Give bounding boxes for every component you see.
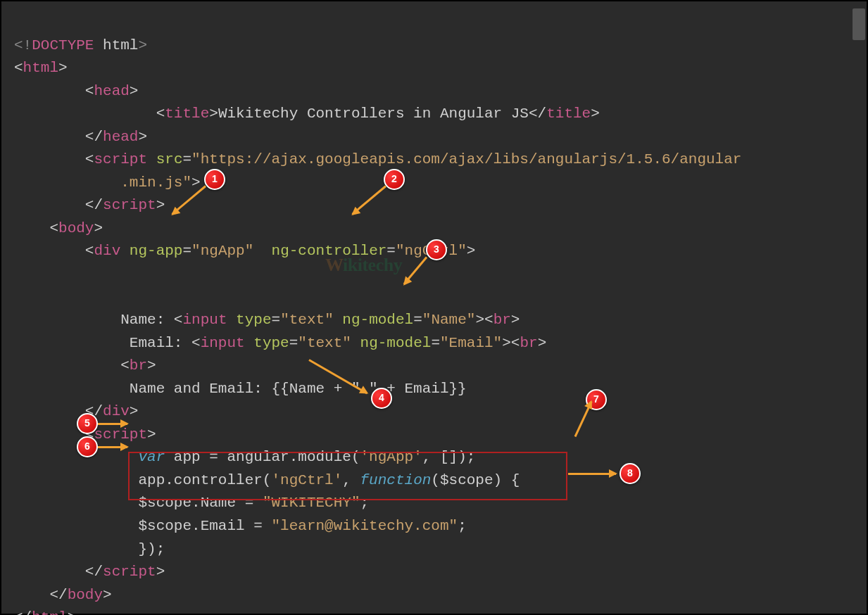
code-line (14, 289, 23, 305)
code-line: <title>Wikitechy Controllers in Angular … (14, 106, 600, 122)
code-line: Name and Email: {{Name + " " + Email}} (14, 381, 467, 397)
code-line: var app = angular.module('ngApp', []); (14, 449, 475, 465)
code-line (14, 266, 23, 282)
code-line: <div ng-app="ngApp" ng-controller="ngCtr… (14, 243, 475, 259)
code-line: </head> (14, 129, 147, 145)
editor-frame: <!DOCTYPE html> <html> <head> <title>Wik… (0, 0, 868, 615)
code-line: <html> (14, 60, 68, 76)
code-line: </script> (14, 197, 165, 213)
code-line: <br> (14, 357, 156, 374)
code-line: </div> (14, 403, 138, 419)
code-line: $scope.Email = "learn@wikitechy.com"; (14, 518, 467, 534)
scrollbar-thumb[interactable] (853, 8, 865, 40)
code-line: <script> (14, 426, 156, 443)
code-line: <head> (14, 83, 138, 99)
code-line: </script> (14, 564, 165, 580)
code-line: app.controller('ngCtrl', function($scope… (14, 472, 520, 488)
code-line: <!DOCTYPE html> (14, 37, 147, 53)
code-line: </body> (14, 587, 112, 603)
code-editor: <!DOCTYPE html> <html> <head> <title>Wik… (1, 1, 867, 615)
code-line: Email: <input type="text" ng-model="Emai… (14, 335, 546, 351)
code-line: <script src="https://ajax.googleapis.com… (14, 151, 741, 167)
code-line: .min.js"> (14, 175, 201, 191)
code-line: </html> (14, 609, 76, 615)
code-line: <body> (14, 220, 103, 236)
code-line: }); (14, 541, 165, 557)
code-line: $scope.Name = "WIKITECHY"; (14, 495, 369, 511)
code-line: Name: <input type="text" ng-model="Name"… (14, 312, 520, 328)
